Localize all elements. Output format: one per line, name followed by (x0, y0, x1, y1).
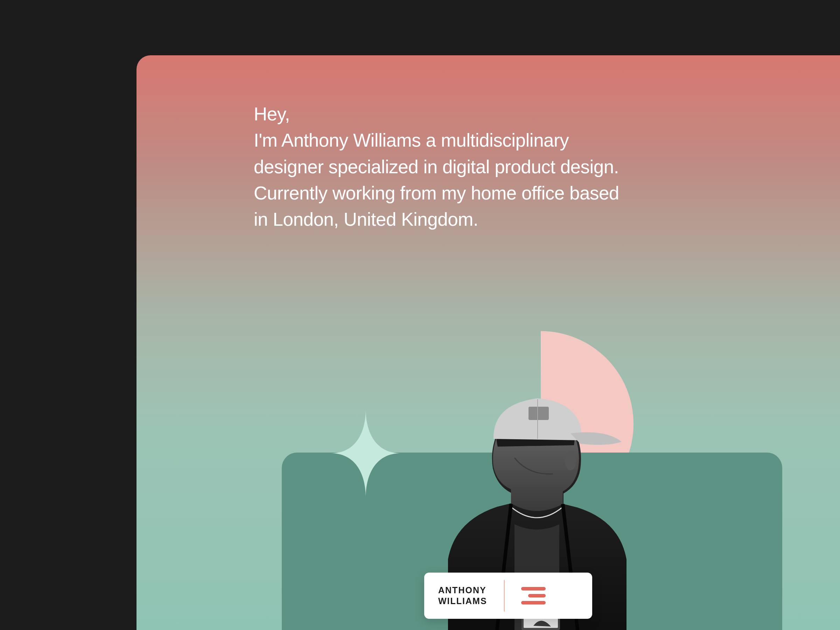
last-name: WILLIAMS (438, 596, 487, 606)
svg-rect-3 (529, 407, 549, 420)
sparkle-icon (331, 409, 401, 498)
card-divider (504, 580, 504, 611)
first-name: ANTHONY (438, 585, 487, 596)
intro-line-1: I'm Anthony Williams a multidisciplinary (254, 130, 569, 150)
intro-line-2: designer specialized in digital product … (254, 156, 619, 177)
intro-text: Hey, I'm Anthony Williams a multidiscipl… (254, 101, 709, 232)
logo-mark-icon (521, 587, 546, 605)
svg-point-2 (565, 451, 576, 471)
intro-line-3: Currently working from my home office ba… (254, 183, 619, 203)
intro-line-4: in London, United Kingdom. (254, 209, 478, 230)
name-card[interactable]: ANTHONY WILLIAMS (424, 573, 592, 619)
name-text: ANTHONY WILLIAMS (438, 585, 487, 607)
hero-card: Hey, I'm Anthony Williams a multidiscipl… (136, 55, 840, 630)
greeting-line: Hey, (254, 101, 709, 127)
